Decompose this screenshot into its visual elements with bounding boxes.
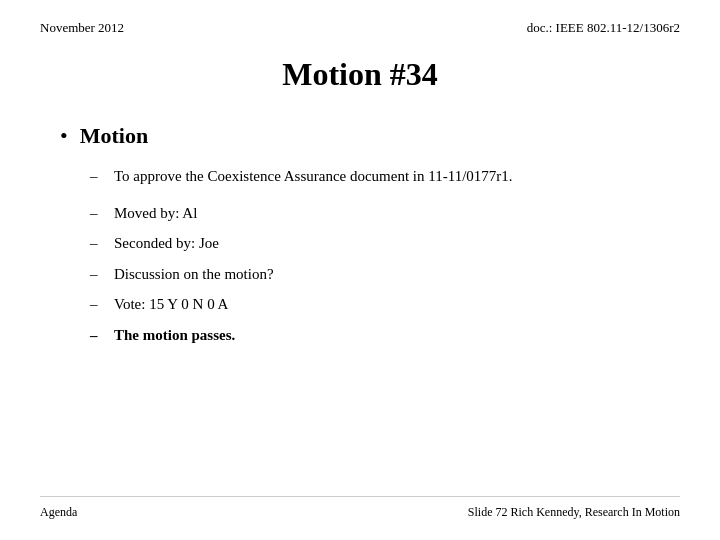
footer: Agenda Slide 72 Rich Kennedy, Research I…	[40, 496, 680, 520]
list-item: –Vote: 15 Y 0 N 0 A	[90, 293, 680, 316]
list-item: –The motion passes.	[90, 324, 680, 347]
list-item: –Discussion on the motion?	[90, 263, 680, 286]
footer-left: Agenda	[40, 505, 77, 520]
bullet-dot: •	[60, 123, 68, 149]
dash-icon: –	[90, 324, 104, 347]
bullet-label: Motion	[80, 123, 148, 149]
dash-icon: –	[90, 232, 104, 255]
dash-icon: –	[90, 202, 104, 225]
main-bullet: • Motion	[60, 123, 680, 149]
slide-title: Motion #34	[40, 56, 680, 93]
slide: November 2012 doc.: IEEE 802.11-12/1306r…	[0, 0, 720, 540]
footer-right: Slide 72 Rich Kennedy, Research In Motio…	[468, 505, 680, 520]
title-section: Motion #34	[40, 56, 680, 93]
list-item-text: Moved by: Al	[114, 202, 197, 225]
dash-icon: –	[90, 263, 104, 286]
list-item-text: The motion passes.	[114, 324, 235, 347]
list-item-text: Vote: 15 Y 0 N 0 A	[114, 293, 228, 316]
dash-icon: –	[90, 293, 104, 316]
content-area: • Motion – To approve the Coexistence As…	[40, 123, 680, 496]
sub-items-container: – To approve the Coexistence Assurance d…	[90, 165, 680, 188]
header: November 2012 doc.: IEEE 802.11-12/1306r…	[40, 20, 680, 36]
dash-0: –	[90, 165, 104, 188]
main-sub-item: – To approve the Coexistence Assurance d…	[90, 165, 680, 188]
main-sub-text: To approve the Coexistence Assurance doc…	[114, 165, 513, 188]
list-item-text: Seconded by: Joe	[114, 232, 219, 255]
sub-items-group2: –Moved by: Al–Seconded by: Joe–Discussio…	[90, 202, 680, 347]
header-date: November 2012	[40, 20, 124, 36]
list-item-text: Discussion on the motion?	[114, 263, 274, 286]
header-doc: doc.: IEEE 802.11-12/1306r2	[527, 20, 680, 36]
list-item: –Seconded by: Joe	[90, 232, 680, 255]
list-item: –Moved by: Al	[90, 202, 680, 225]
